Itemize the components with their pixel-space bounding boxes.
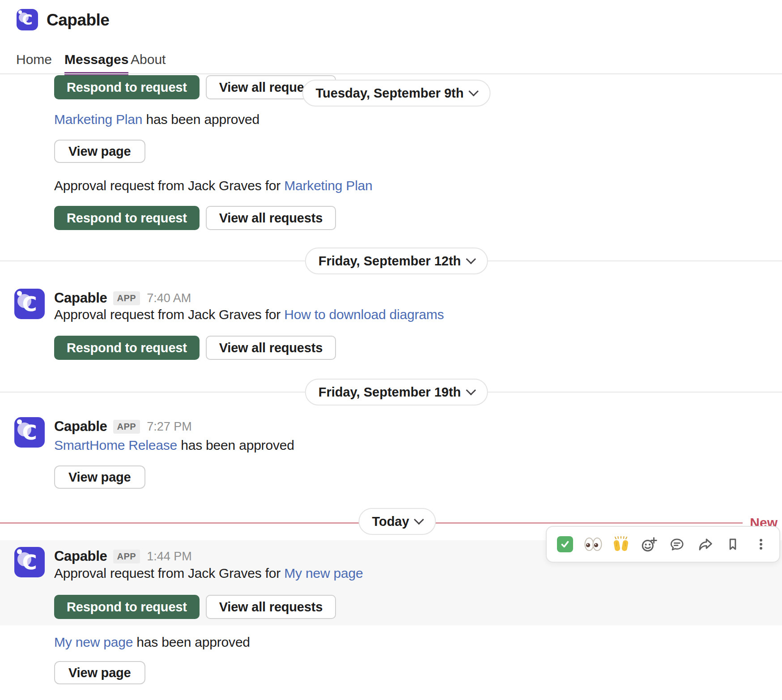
respond-to-request-button[interactable]: Respond to request <box>54 206 200 230</box>
respond-to-request-button[interactable]: Respond to request <box>54 75 200 99</box>
check-mark-reaction-button[interactable] <box>555 533 575 555</box>
page-link[interactable]: How to download diagrams <box>284 307 444 322</box>
eyes-emoji-icon <box>584 537 603 552</box>
eyes-reaction-button[interactable] <box>583 533 604 555</box>
message-text-prefix: Approval request from Jack Graves for <box>54 307 284 322</box>
more-actions-button[interactable] <box>751 533 771 555</box>
message-header: Capable APP 7:27 PM <box>54 418 192 435</box>
respond-to-request-button[interactable]: Respond to request <box>54 595 200 619</box>
app-badge: APP <box>113 420 140 434</box>
message-text-suffix: has been approved <box>133 635 250 649</box>
message-text: Approval request from Jack Graves for Ma… <box>54 178 373 193</box>
logo-dot-decoration <box>18 10 22 14</box>
logo-dot-decoration <box>17 419 22 424</box>
message-text-suffix: has been approved <box>177 438 294 452</box>
message-text: Approval request from Jack Graves for My… <box>54 566 363 581</box>
capable-app-avatar[interactable]: C <box>14 289 45 319</box>
message-hover-toolbar <box>546 526 780 563</box>
view-all-requests-button[interactable]: View all requests <box>206 595 336 619</box>
page-link[interactable]: SmartHome Release <box>54 438 177 452</box>
add-reaction-button[interactable] <box>639 533 659 555</box>
view-all-requests-button[interactable]: View all requests <box>206 206 336 230</box>
vertical-ellipsis-icon <box>752 536 769 553</box>
message-text-prefix: Approval request from Jack Graves for <box>54 178 284 193</box>
logo-dot-decoration <box>17 549 22 554</box>
message-text: SmartHome Release has been approved <box>54 438 294 453</box>
message-timestamp[interactable]: 7:27 PM <box>147 420 192 434</box>
check-mark-emoji-icon <box>557 536 573 552</box>
capable-logo: C <box>17 9 38 30</box>
date-divider-pill[interactable]: Friday, September 12th <box>305 248 488 274</box>
capable-app-avatar[interactable]: C <box>14 417 45 448</box>
page-link[interactable]: Marketing Plan <box>54 112 142 127</box>
raised-hands-reaction-button[interactable] <box>611 533 631 555</box>
share-message-button[interactable] <box>695 533 715 555</box>
message-text-prefix: Approval request from Jack Graves for <box>54 566 284 580</box>
message-timestamp[interactable]: 7:40 AM <box>147 291 191 305</box>
view-all-requests-button[interactable]: View all requests <box>206 336 336 360</box>
chevron-down-icon <box>414 515 424 525</box>
sender-name[interactable]: Capable <box>54 290 107 306</box>
sender-name[interactable]: Capable <box>54 418 107 435</box>
tab-about[interactable]: About <box>131 52 166 72</box>
date-divider-pill[interactable]: Today <box>358 508 436 535</box>
raised-hands-emoji-icon <box>612 536 630 553</box>
tab-home[interactable]: Home <box>16 52 52 72</box>
message-actions: Respond to request View all requests <box>54 595 336 619</box>
page-link[interactable]: Marketing Plan <box>284 178 372 193</box>
message-actions: Respond to request View all requests <box>54 336 336 360</box>
respond-to-request-button[interactable]: Respond to request <box>54 336 200 360</box>
date-divider-pill[interactable]: Tuesday, September 9th <box>302 80 491 107</box>
sender-name[interactable]: Capable <box>54 548 107 564</box>
message-header: Capable APP 1:44 PM <box>54 548 192 564</box>
header-divider <box>0 73 782 74</box>
view-page-button[interactable]: View page <box>54 140 145 163</box>
chevron-down-icon <box>468 86 479 97</box>
app-badge: APP <box>113 550 140 563</box>
view-page-button[interactable]: View page <box>54 465 145 489</box>
add-reaction-icon <box>641 536 658 553</box>
app-window: C Capable Home Messages About Respond to… <box>0 0 782 700</box>
message-actions: Respond to request View all requests <box>54 206 336 230</box>
message-text: My new page has been approved <box>54 635 250 650</box>
chevron-down-icon <box>466 385 476 396</box>
tab-messages[interactable]: Messages <box>64 52 128 75</box>
message-text-suffix: has been approved <box>142 112 259 127</box>
message-actions: Respond to request View all requests <box>54 75 336 99</box>
bookmark-icon <box>724 536 741 553</box>
page-link[interactable]: My new page <box>54 635 133 649</box>
date-divider-pill[interactable]: Friday, September 19th <box>305 379 488 405</box>
reply-in-thread-button[interactable] <box>667 533 687 555</box>
share-arrow-icon <box>697 536 714 553</box>
message-text: Approval request from Jack Graves for Ho… <box>54 307 444 322</box>
date-divider-label: Friday, September 12th <box>319 254 461 269</box>
date-divider-label: Today <box>372 514 409 529</box>
page-link[interactable]: My new page <box>284 566 363 580</box>
save-for-later-button[interactable] <box>722 533 743 555</box>
logo-dot-decoration <box>17 291 22 296</box>
chevron-down-icon <box>466 254 476 265</box>
capable-app-avatar[interactable]: C <box>14 547 45 577</box>
message-text: Marketing Plan has been approved <box>54 112 259 127</box>
app-badge: APP <box>113 291 140 305</box>
message-header: Capable APP 7:40 AM <box>54 290 191 306</box>
message-timestamp[interactable]: 1:44 PM <box>147 550 192 563</box>
date-divider-label: Tuesday, September 9th <box>316 86 464 101</box>
date-divider-label: Friday, September 19th <box>319 385 461 400</box>
view-page-button[interactable]: View page <box>54 661 145 684</box>
app-title: Capable <box>47 11 109 30</box>
thread-bubble-icon <box>668 536 685 553</box>
